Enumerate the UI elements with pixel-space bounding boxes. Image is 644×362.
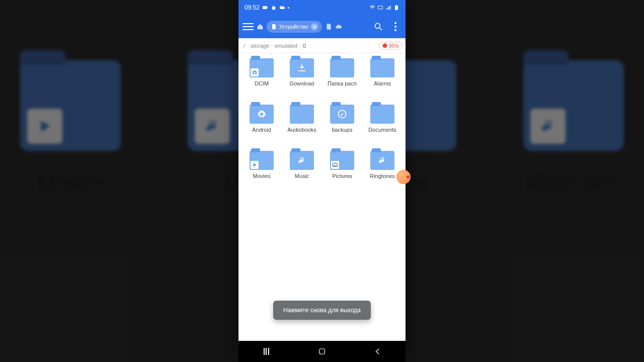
- folder-item[interactable]: Ringtones: [362, 151, 403, 194]
- folder-item[interactable]: Папка расп: [322, 58, 362, 102]
- folder-label: Папка расп: [328, 80, 357, 86]
- folder-label: Music: [295, 173, 309, 179]
- svg-rect-8: [319, 349, 325, 354]
- folder-label: Android: [252, 127, 271, 133]
- rec-icon: [262, 5, 268, 11]
- folder-mini-icon: [279, 5, 285, 11]
- dot-icon: [288, 7, 289, 9]
- back-button[interactable]: [373, 346, 383, 356]
- wifi-icon: [369, 5, 375, 11]
- folder-item[interactable]: DCIM: [242, 58, 282, 102]
- screen-record-indicator[interactable]: [396, 170, 411, 184]
- svg-rect-4: [263, 6, 267, 9]
- folder-item[interactable]: Download: [282, 58, 322, 102]
- sdcard-icon[interactable]: [325, 23, 332, 30]
- search-icon[interactable]: [373, 22, 383, 32]
- nav-bar: [238, 341, 406, 362]
- breadcrumb[interactable]: / › storage › emulated › 0 95%: [238, 38, 406, 53]
- svg-rect-6: [395, 6, 398, 10]
- volte-icon: [377, 5, 383, 11]
- location-chip[interactable]: Устройство ✕: [267, 21, 322, 33]
- folder-item[interactable]: Documents: [362, 105, 403, 148]
- battery-icon: [393, 5, 399, 11]
- folder-label: Alarms: [374, 80, 391, 86]
- svg-rect-7: [396, 5, 397, 6]
- folder-label: backups: [332, 127, 353, 133]
- folder-label: Movies: [253, 173, 271, 179]
- folder-label: Pictures: [332, 173, 352, 179]
- folder-label: Download: [290, 80, 314, 86]
- more-button[interactable]: [389, 22, 401, 31]
- folder-grid: DCIMDownloadПапка распAlarmsAndroidAudio…: [238, 53, 406, 341]
- clock: 09:52: [245, 4, 260, 11]
- folder-item[interactable]: Music: [282, 151, 322, 194]
- storage-badge[interactable]: 95%: [379, 42, 403, 49]
- folder-label: DCIM: [255, 80, 269, 86]
- device-icon: [271, 24, 277, 30]
- folder-item[interactable]: backups: [322, 105, 362, 148]
- signal-icon: [385, 5, 391, 11]
- cloud-icon[interactable]: [335, 23, 342, 30]
- folder-label: Audiobooks: [287, 127, 316, 133]
- svg-rect-5: [378, 6, 383, 9]
- recents-button[interactable]: [261, 346, 271, 356]
- folder-item[interactable]: Pictures: [322, 151, 362, 194]
- folder-item[interactable]: Audiobooks: [282, 105, 322, 148]
- home-icon[interactable]: [257, 23, 264, 30]
- home-button[interactable]: [317, 346, 327, 356]
- app-bar: Устройство ✕: [238, 15, 406, 38]
- chip-close-icon[interactable]: ✕: [311, 23, 318, 30]
- exit-toast: Нажмите снова для выхода: [273, 301, 371, 320]
- status-bar: 09:52: [238, 0, 406, 15]
- folder-label: Documents: [368, 127, 396, 133]
- phone-frame: 09:52 Устройство ✕ / › storage ›: [238, 0, 406, 362]
- menu-button[interactable]: [243, 23, 254, 30]
- folder-item[interactable]: Alarms: [362, 58, 403, 102]
- flame-icon: [271, 5, 277, 11]
- chip-label: Устройство: [279, 24, 308, 30]
- folder-item[interactable]: Movies: [242, 151, 282, 194]
- folder-item[interactable]: Android: [242, 105, 282, 148]
- folder-label: Ringtones: [370, 173, 395, 179]
